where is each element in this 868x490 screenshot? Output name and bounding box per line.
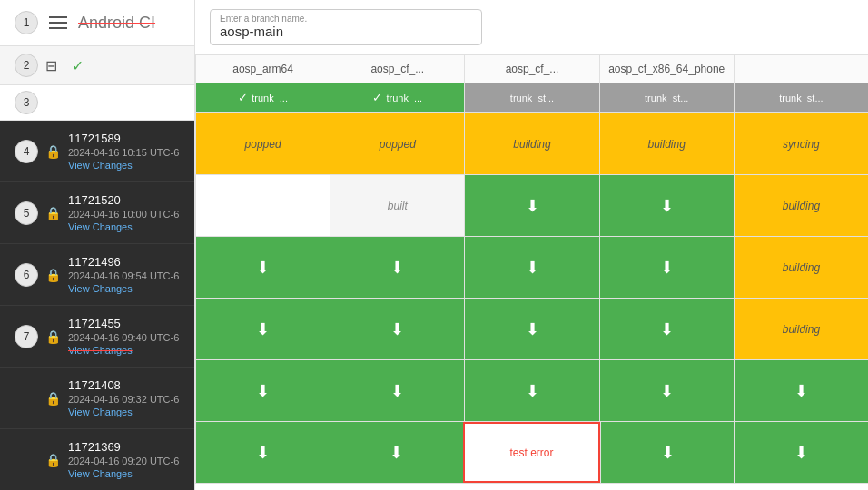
col-header-cf4: [734, 55, 868, 83]
grid-cell-error[interactable]: test error: [463, 422, 600, 483]
grid-row: popped popped building building syncing: [195, 113, 868, 175]
download-icon: ⬇: [526, 196, 539, 216]
build-info: 11721455 2024-04-16 09:40 UTC-6 View Cha…: [68, 317, 180, 356]
grid-cell[interactable]: ⬇: [195, 360, 330, 421]
grid-row: ⬇ ⬇ ⬇ ⬇ building: [195, 237, 868, 299]
branch-cell[interactable]: ✓ trunk_...: [195, 83, 330, 112]
grid-cell[interactable]: popped: [195, 113, 330, 174]
download-icon: ⬇: [526, 381, 539, 401]
build-row[interactable]: 🔒 11721408 2024-04-16 09:32 UTC-6 View C…: [0, 368, 194, 429]
view-changes-link[interactable]: View Changes: [68, 468, 180, 479]
view-changes-link[interactable]: View Changes: [68, 221, 180, 232]
branch-indicator-row: 3: [0, 85, 194, 121]
app-title: Android CI: [78, 14, 155, 33]
build-info: 11721520 2024-04-16 10:00 UTC-6 View Cha…: [68, 193, 180, 232]
build-info: 11721496 2024-04-16 09:54 UTC-6 View Cha…: [68, 255, 180, 294]
grid-cell[interactable]: built: [330, 175, 464, 236]
branch-cell[interactable]: trunk_st...: [734, 83, 868, 112]
branch-label: trunk_...: [386, 93, 422, 103]
download-icon: ⬇: [390, 381, 404, 401]
build-row[interactable]: 🔒 11721369 2024-04-16 09:20 UTC-6 View C…: [0, 429, 194, 490]
col-header-cf: aosp_cf_...: [330, 55, 464, 83]
lock-icon: 🔒: [45, 329, 61, 344]
grid-cell[interactable]: ⬇: [464, 237, 598, 298]
grid-cell[interactable]: ⬇: [464, 299, 598, 359]
branch-label: trunk_st...: [510, 93, 554, 103]
check-icon: ✓: [238, 91, 248, 104]
build-row[interactable]: 5 🔒 11721520 2024-04-16 10:00 UTC-6 View…: [0, 182, 194, 244]
download-icon: ⬇: [526, 319, 539, 339]
grid-cell[interactable]: ⬇: [464, 360, 598, 421]
grid-row: ⬇ ⬇ ⬇ ⬇ ⬇: [195, 360, 868, 422]
grid-cell[interactable]: ⬇: [195, 299, 330, 359]
view-changes-link[interactable]: View Changes: [68, 345, 180, 356]
branch-input-container[interactable]: Enter a branch name. aosp-main: [210, 9, 482, 45]
grid-cell: [195, 175, 330, 236]
grid-cell[interactable]: building: [464, 113, 598, 174]
grid-cell[interactable]: ⬇: [734, 422, 868, 483]
grid-cell[interactable]: ⬇: [330, 237, 464, 298]
branch-label: trunk_...: [252, 93, 288, 103]
annotation-4: 4: [15, 140, 38, 163]
build-row[interactable]: 6 🔒 11721496 2024-04-16 09:54 UTC-6 View…: [0, 244, 194, 306]
grid-cell[interactable]: building: [734, 299, 868, 359]
branch-label: trunk_st...: [779, 93, 823, 103]
lock-icon: 🔒: [45, 391, 61, 406]
grid-cell[interactable]: ⬇: [464, 175, 598, 236]
build-date: 2024-04-16 09:20 UTC-6: [68, 456, 180, 466]
branch-cell[interactable]: trunk_st...: [599, 83, 734, 112]
lock-icon: 🔒: [45, 206, 61, 220]
grid-cell[interactable]: ⬇: [330, 299, 464, 359]
build-id: 11721520: [68, 193, 180, 207]
lock-icon: 🔒: [45, 144, 61, 159]
grid-cell[interactable]: popped: [330, 113, 464, 174]
build-date: 2024-04-16 10:00 UTC-6: [68, 209, 180, 220]
grid-rows: popped popped building building syncing …: [195, 113, 868, 490]
download-icon: ⬇: [794, 443, 808, 463]
grid-cell[interactable]: ⬇: [195, 422, 330, 483]
filter-icon[interactable]: ⊟: [45, 57, 57, 74]
branch-input-value: aosp-main: [220, 24, 472, 39]
grid-cell[interactable]: ⬇: [600, 422, 735, 483]
grid-cell[interactable]: ⬇: [599, 360, 734, 421]
build-id: 11721589: [68, 132, 180, 145]
grid-cell[interactable]: ⬇: [599, 299, 734, 359]
grid-cell[interactable]: ⬇: [599, 175, 734, 236]
build-id: 11721455: [68, 317, 180, 330]
grid-cell[interactable]: ⬇: [330, 360, 464, 421]
download-icon: ⬇: [794, 381, 808, 401]
annotation-6: 6: [15, 263, 38, 287]
hamburger-icon[interactable]: [49, 16, 67, 29]
grid-cell[interactable]: building: [599, 113, 734, 174]
view-changes-link[interactable]: View Changes: [68, 407, 180, 417]
build-date: 2024-04-16 09:32 UTC-6: [68, 394, 180, 405]
grid-cell[interactable]: ⬇: [195, 237, 330, 298]
download-icon: ⬇: [256, 258, 270, 278]
view-changes-link[interactable]: View Changes: [68, 160, 180, 171]
col-header-cf2: aosp_cf_...: [464, 55, 598, 83]
grid-cell[interactable]: building: [734, 237, 868, 298]
build-info: 11721369 2024-04-16 09:20 UTC-6 View Cha…: [68, 440, 180, 479]
col-header-arm64: aosp_arm64: [195, 55, 330, 83]
filter-row: 2 ⊟ ✓: [0, 46, 194, 85]
grid-cell[interactable]: ⬇: [734, 360, 868, 421]
build-id: 11721369: [68, 440, 180, 454]
chevron-down-icon[interactable]: ✓: [72, 57, 84, 74]
grid-cell[interactable]: building: [734, 175, 868, 236]
annotation-3: 3: [15, 91, 38, 114]
build-row[interactable]: 7 🔒 11721455 2024-04-16 09:40 UTC-6 View…: [0, 306, 194, 368]
main-panel: Enter a branch name. aosp-main aosp_arm6…: [195, 0, 868, 490]
branch-cell[interactable]: ✓ trunk_...: [330, 83, 464, 112]
download-icon: ⬇: [660, 258, 674, 278]
grid-cell[interactable]: syncing: [734, 113, 868, 174]
view-changes-link[interactable]: View Changes: [68, 283, 180, 294]
annotation-5: 5: [15, 201, 38, 225]
download-icon: ⬇: [661, 443, 675, 463]
download-icon: ⬇: [256, 443, 270, 463]
branch-cell[interactable]: trunk_st...: [464, 83, 598, 112]
grid-cell[interactable]: ⬇: [599, 237, 734, 298]
grid-cell[interactable]: ⬇: [330, 422, 464, 483]
build-row[interactable]: 4 🔒 11721589 2024-04-16 10:15 UTC-6 View…: [0, 121, 194, 182]
branch-bar: ✓ trunk_... ✓ trunk_... trunk_st... trun…: [195, 83, 868, 113]
grid-row: built ⬇ ⬇ building: [195, 175, 868, 237]
